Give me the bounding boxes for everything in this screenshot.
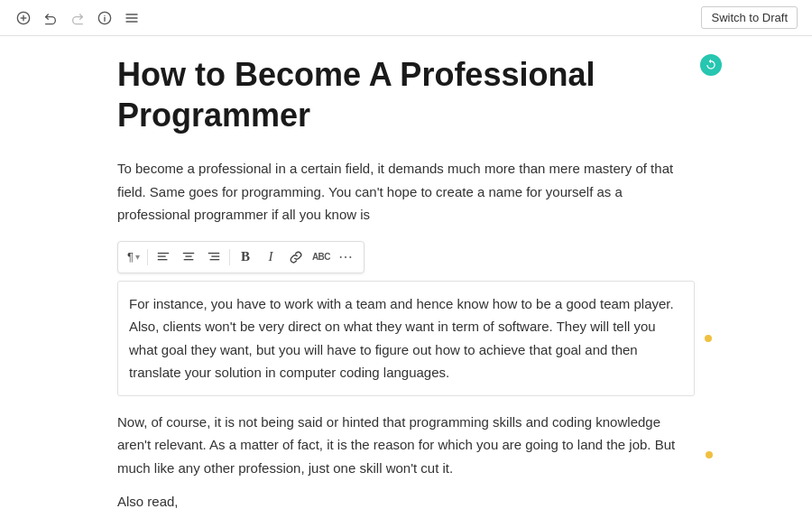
align-left-button[interactable] <box>152 245 175 269</box>
toolbar-sep-1 <box>147 249 148 265</box>
paragraph-chevron: ▾ <box>135 252 140 262</box>
paragraph-2[interactable]: For instance, you have to work with a te… <box>129 292 683 384</box>
bold-button[interactable]: B <box>234 245 257 269</box>
svg-point-5 <box>104 14 105 15</box>
redo-icon[interactable] <box>69 9 87 27</box>
paragraph-block-2: For instance, you have to work with a te… <box>117 281 695 396</box>
also-read-label: Also read, <box>117 494 695 509</box>
italic-button[interactable]: I <box>259 245 282 269</box>
undo-icon[interactable] <box>42 9 60 27</box>
paragraph-block-2-inner: For instance, you have to work with a te… <box>117 281 695 396</box>
link-button[interactable] <box>284 245 308 269</box>
paragraph-block-3: Now, of course, it is not being said or … <box>117 411 695 480</box>
title-block: How to Become A Professional Programmer <box>117 54 695 135</box>
top-toolbar: Switch to Draft <box>0 0 812 36</box>
block-dot-yellow-1 <box>705 335 712 342</box>
paragraph-icon: ¶ <box>127 250 134 264</box>
block-dot-yellow-2 <box>706 451 713 458</box>
toolbar-sep-2 <box>229 249 230 265</box>
align-right-button[interactable] <box>202 245 226 269</box>
content-area: How to Become A Professional Programmer … <box>0 36 812 509</box>
paragraph-3[interactable]: Now, of course, it is not being said or … <box>117 411 695 480</box>
toolbar-left <box>14 9 141 27</box>
inline-formatting-toolbar: ¶ ▾ <box>117 241 364 273</box>
paragraph-block-1: To become a professional in a certain fi… <box>117 157 695 227</box>
abc-button[interactable]: ABC <box>309 245 333 269</box>
editor-content: How to Become A Professional Programmer … <box>117 54 695 491</box>
more-options-button[interactable]: ⋯ <box>335 245 358 269</box>
menu-icon[interactable] <box>123 9 141 27</box>
paragraph-1[interactable]: To become a professional in a certain fi… <box>117 157 695 227</box>
switch-to-draft-button[interactable]: Switch to Draft <box>701 6 798 29</box>
teal-refresh-icon[interactable] <box>700 54 722 76</box>
info-icon[interactable] <box>96 9 114 27</box>
align-center-button[interactable] <box>177 245 200 269</box>
paragraph-style-button[interactable]: ¶ ▾ <box>124 248 143 265</box>
post-title[interactable]: How to Become A Professional Programmer <box>117 54 695 135</box>
add-block-icon[interactable] <box>14 9 32 27</box>
